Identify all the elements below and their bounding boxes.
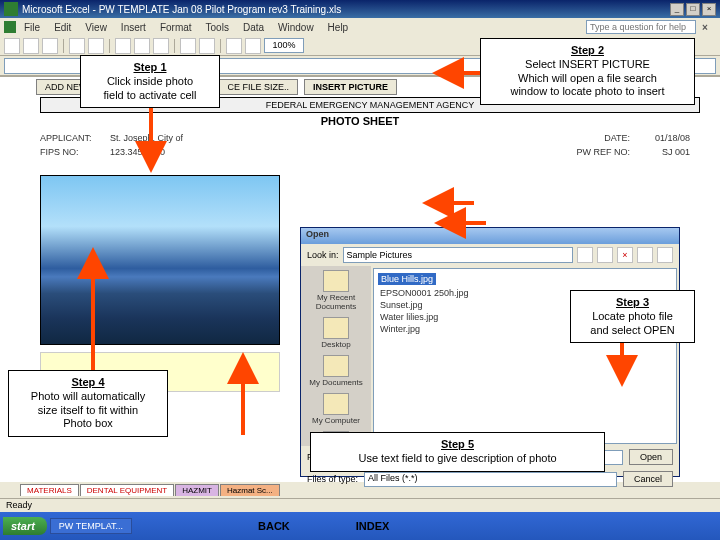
fipsno-value: 123.34567 00 xyxy=(110,147,570,161)
fipsno-label: FIPS NO: xyxy=(40,147,110,161)
pwref-value: SJ 001 xyxy=(630,147,690,161)
new-folder-icon[interactable] xyxy=(637,247,653,263)
menu-data[interactable]: Data xyxy=(237,21,270,34)
places-bar: My Recent Documents Desktop My Documents… xyxy=(301,266,371,446)
copy-icon[interactable] xyxy=(134,38,150,54)
menu-format[interactable]: Format xyxy=(154,21,198,34)
filetype-dropdown[interactable]: All Files (*.*) xyxy=(364,472,617,487)
filetype-label: Files of type: xyxy=(307,474,358,484)
excel-app-icon xyxy=(4,2,18,16)
menu-edit[interactable]: Edit xyxy=(48,21,77,34)
status-bar: Ready xyxy=(0,498,720,512)
open-icon[interactable] xyxy=(23,38,39,54)
sheet-tab[interactable]: Hazmat Sc... xyxy=(220,484,280,496)
print-icon[interactable] xyxy=(69,38,85,54)
doc-icon xyxy=(4,21,16,33)
menubar: File Edit View Insert Format Tools Data … xyxy=(0,18,720,36)
menu-window[interactable]: Window xyxy=(272,21,320,34)
menu-insert[interactable]: Insert xyxy=(115,21,152,34)
step5-arrow xyxy=(236,360,250,437)
redo-icon[interactable] xyxy=(199,38,215,54)
preview-icon[interactable] xyxy=(88,38,104,54)
back-button[interactable]: BACK xyxy=(250,516,298,536)
reduce-file-size-button[interactable]: CE FILE SIZE.. xyxy=(219,79,299,95)
views-icon[interactable] xyxy=(657,247,673,263)
step2-callout: Step 2 Select INSERT PICTURE Which will … xyxy=(480,38,695,105)
index-button[interactable]: INDEX xyxy=(348,516,398,536)
start-button[interactable]: start xyxy=(3,517,47,535)
place-mycomputer[interactable]: My Computer xyxy=(303,393,369,425)
step1-callout: Step 1 Click inside photo field to activ… xyxy=(80,55,220,108)
new-icon[interactable] xyxy=(4,38,20,54)
cancel-button[interactable]: Cancel xyxy=(623,471,673,487)
date-label: DATE: xyxy=(570,133,630,147)
step3-callout: Step 3 Locate photo file and select OPEN xyxy=(570,290,695,343)
zoom-box[interactable]: 100% xyxy=(264,38,304,53)
place-recent[interactable]: My Recent Documents xyxy=(303,270,369,311)
menu-help[interactable]: Help xyxy=(322,21,355,34)
insert-picture-button[interactable]: INSERT PICTURE xyxy=(304,79,397,95)
save-icon[interactable] xyxy=(42,38,58,54)
step3-arrow-file xyxy=(442,216,486,232)
pwref-label: PW REF NO: xyxy=(570,147,630,161)
place-mydocs[interactable]: My Documents xyxy=(303,355,369,387)
menu-tools[interactable]: Tools xyxy=(200,21,235,34)
lookin-label: Look in: xyxy=(307,250,339,260)
sheet-tab[interactable]: DENTAL EQUIPMENT xyxy=(80,484,174,496)
applicant-label: APPLICANT: xyxy=(40,133,110,147)
sort-desc-icon[interactable] xyxy=(245,38,261,54)
window-title: Microsoft Excel - PW TEMPLATE Jan 08 Pil… xyxy=(22,4,670,15)
place-desktop[interactable]: Desktop xyxy=(303,317,369,349)
photo-sheet-title: PHOTO SHEET xyxy=(0,115,720,127)
help-search-input[interactable] xyxy=(586,20,696,34)
doc-close-button[interactable]: × xyxy=(702,22,716,33)
date-value: 01/18/08 xyxy=(630,133,690,147)
step1-arrow xyxy=(144,105,158,167)
sort-asc-icon[interactable] xyxy=(226,38,242,54)
close-button[interactable]: × xyxy=(702,3,716,16)
lookin-dropdown[interactable]: Sample Pictures xyxy=(343,247,573,263)
step2-arrow xyxy=(440,66,484,82)
open-button[interactable]: Open xyxy=(629,449,673,465)
minimize-button[interactable]: _ xyxy=(670,3,684,16)
maximize-button[interactable]: □ xyxy=(686,3,700,16)
dialog-title: Open xyxy=(301,228,679,244)
applicant-value: St. Joseph, City of xyxy=(110,133,570,147)
step3-arrow-folder xyxy=(430,196,474,212)
selected-file[interactable]: Blue Hills.jpg xyxy=(378,273,436,285)
taskbar-item[interactable]: PW TEMPLAT... xyxy=(50,518,132,534)
menu-file[interactable]: File xyxy=(18,21,46,34)
titlebar: Microsoft Excel - PW TEMPLATE Jan 08 Pil… xyxy=(0,0,720,18)
sheet-tab[interactable]: HAZMIT xyxy=(175,484,219,496)
step4-callout: Step 4 Photo will automatically size its… xyxy=(8,370,168,437)
cut-icon[interactable] xyxy=(115,38,131,54)
back-icon[interactable] xyxy=(577,247,593,263)
paste-icon[interactable] xyxy=(153,38,169,54)
step5-callout: Step 5 Use text field to give descriptio… xyxy=(310,432,605,472)
menu-view[interactable]: View xyxy=(79,21,113,34)
step4-arrow xyxy=(86,255,100,372)
name-box[interactable] xyxy=(4,58,84,74)
delete-icon[interactable]: × xyxy=(617,247,633,263)
up-icon[interactable] xyxy=(597,247,613,263)
undo-icon[interactable] xyxy=(180,38,196,54)
photo-box[interactable] xyxy=(40,175,280,345)
sheet-tab[interactable]: MATERIALS xyxy=(20,484,79,496)
